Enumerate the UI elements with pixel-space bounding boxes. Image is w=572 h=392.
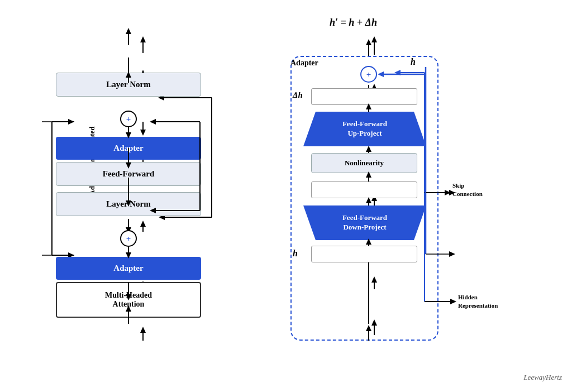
plus-circle-top: + <box>120 111 137 127</box>
svg-marker-12 <box>140 327 146 333</box>
hidden-rep-label: HiddenRepresentation <box>458 293 498 310</box>
svg-marker-14 <box>140 221 146 227</box>
delta-h-box <box>311 88 417 105</box>
delta-h-label: Δh <box>293 90 303 100</box>
skip-connection-label: SkipConnection <box>452 181 483 199</box>
nonlinearity-box: Nonlinearity <box>311 153 417 173</box>
layer-norm-bottom-box: Layer Norm <box>56 192 201 216</box>
plus-circle-bottom: + <box>120 230 137 247</box>
plus-circle-right: + <box>360 66 377 83</box>
h-label-top: h <box>411 57 416 67</box>
svg-marker-33 <box>450 299 456 304</box>
svg-marker-72 <box>126 28 131 34</box>
adapter-bottom-box: Adapter <box>56 257 201 280</box>
svg-marker-54 <box>449 251 455 257</box>
multi-headed-attention-box: Multi-HeadedAttention <box>56 282 201 318</box>
svg-marker-1 <box>140 36 146 42</box>
svg-marker-56 <box>366 39 371 45</box>
watermark: LeewayHertz <box>523 373 562 382</box>
bottleneck-box <box>311 181 417 198</box>
h-input-box <box>311 246 417 262</box>
svg-marker-26 <box>371 36 377 42</box>
h-label-bottom: h <box>293 248 298 259</box>
svg-marker-92 <box>150 119 156 125</box>
layer-norm-top-box: Layer Norm <box>56 73 201 97</box>
svg-marker-31 <box>445 190 451 195</box>
diagram-container: Adapters are Updated Layer Norm + Adapte… <box>0 0 572 392</box>
ff-down-project-box: Feed-ForwardDown-Project <box>303 205 426 240</box>
formula: h′ = h + Δh <box>330 17 377 28</box>
adapter-top-box: Adapter <box>56 137 201 160</box>
ff-up-project-box: Feed-ForwardUp-Project <box>303 112 426 146</box>
adapter-label: Adapter <box>290 59 318 68</box>
svg-marker-16 <box>140 130 146 136</box>
svg-marker-23 <box>68 119 74 125</box>
feed-forward-box: Feed-Forward <box>56 162 201 186</box>
